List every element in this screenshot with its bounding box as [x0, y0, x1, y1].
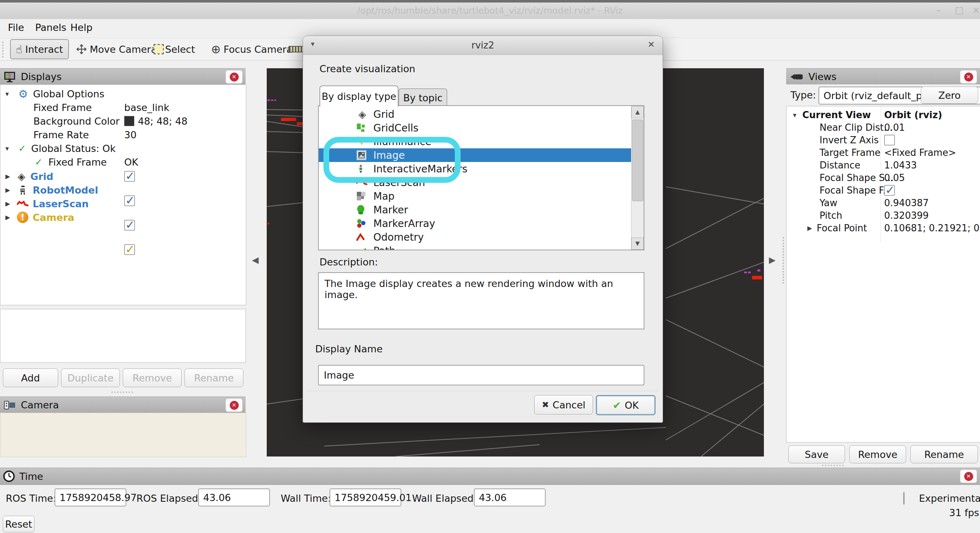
- wall-time-input[interactable]: 1758920459.01: [329, 488, 401, 506]
- camera-enabled-checkbox[interactable]: [124, 244, 135, 255]
- list-item-map[interactable]: Map: [319, 189, 644, 203]
- save-view-button[interactable]: Save: [788, 445, 845, 463]
- dialog-close-icon[interactable]: ✕: [648, 40, 655, 49]
- scrollbar-thumb[interactable]: [632, 120, 643, 201]
- menu-file[interactable]: File: [8, 22, 24, 33]
- tree-row-global-status[interactable]: ▾ ✓ Global Status: Ok: [0, 142, 246, 155]
- expand-arrow-icon[interactable]: ▶: [5, 214, 15, 221]
- close-window-button[interactable]: ×: [972, 5, 980, 16]
- tree-row-camera[interactable]: ▶ ! Camera: [0, 211, 246, 224]
- tree-row-laserscan[interactable]: ▶ LaserScan: [0, 197, 246, 211]
- collapse-arrow-icon[interactable]: ▾: [5, 90, 15, 98]
- time-panel-titlebar[interactable]: Time ✕: [0, 468, 980, 485]
- expand-arrow-icon[interactable]: ▶: [807, 225, 817, 231]
- views-close-button[interactable]: ✕: [960, 70, 977, 84]
- zero-button[interactable]: Zero: [921, 86, 978, 104]
- time-splitter-handle[interactable]: [822, 465, 843, 466]
- views-row-focal-point[interactable]: ▶ Focal Point 0.10681; 0.21921; 0.1...: [807, 222, 977, 234]
- duplicate-display-button[interactable]: Duplicate: [61, 369, 120, 387]
- rename-display-button[interactable]: Rename: [185, 369, 243, 387]
- tree-row-global-options[interactable]: ▾ ⚙ Global Options: [0, 87, 246, 101]
- dialog-heading: Create visualization: [320, 63, 415, 74]
- collapse-left-panel-arrow[interactable]: ◀: [252, 255, 258, 265]
- background-color-value[interactable]: 48; 48; 48: [124, 114, 188, 128]
- displays-close-button[interactable]: ✕: [226, 70, 243, 84]
- focus-camera-tool-button[interactable]: ⊕ Focus Camera: [211, 40, 292, 59]
- interact-tool-button[interactable]: ☝ Interact: [10, 39, 69, 59]
- remove-view-button[interactable]: Remove: [850, 445, 906, 463]
- expand-arrow-icon[interactable]: ▶: [5, 187, 15, 193]
- ros-time-input[interactable]: 1758920458.97: [54, 488, 126, 506]
- focal-shape-fixed-checkbox[interactable]: [884, 185, 895, 196]
- invert-z-checkbox[interactable]: [884, 135, 895, 145]
- tree-row-background-color[interactable]: Background Color: [33, 114, 119, 128]
- toolbar-drag-handle[interactable]: [2, 41, 6, 57]
- tree-row-fixed-frame[interactable]: Fixed Frame: [33, 101, 92, 114]
- wall-elapsed-input[interactable]: 43.06: [474, 488, 546, 506]
- panel-splitter-handle[interactable]: [111, 391, 133, 393]
- views-row-current-view[interactable]: ▾ Current View Orbit (rviz): [786, 109, 980, 121]
- frame-rate-value[interactable]: 30: [124, 128, 137, 142]
- list-item-gridcells[interactable]: GridCells: [319, 121, 644, 135]
- expand-arrow-icon[interactable]: ▶: [5, 173, 15, 180]
- views-row-focal-shape-size[interactable]: Focal Shape S... 0.05: [819, 171, 977, 184]
- fixed-frame-value[interactable]: base_link: [124, 101, 169, 114]
- camera-close-button[interactable]: ✕: [226, 398, 243, 412]
- minimize-button[interactable]: –: [936, 5, 941, 16]
- displays-tree[interactable]: ▾ ⚙ Global Options Fixed Frame base_link…: [0, 85, 246, 305]
- tree-row-grid[interactable]: ▶ ◈ Grid: [0, 169, 246, 183]
- list-item-marker[interactable]: Marker: [319, 203, 644, 217]
- reset-button[interactable]: Reset: [3, 516, 35, 532]
- collapse-arrow-icon[interactable]: ▾: [5, 144, 15, 152]
- grid-enabled-checkbox[interactable]: [124, 171, 135, 182]
- select-tool-button[interactable]: Select: [154, 40, 195, 59]
- camera-panel-icon: [3, 400, 16, 410]
- time-close-button[interactable]: ✕: [960, 469, 977, 483]
- display-name-input[interactable]: Image: [318, 365, 644, 385]
- views-row-focal-shape-fixed[interactable]: Focal Shape F...: [819, 184, 977, 196]
- views-row-yaw[interactable]: Yaw 0.940387: [819, 196, 977, 209]
- list-scrollbar[interactable]: ▲ ▼: [631, 106, 644, 250]
- cancel-button[interactable]: ✖ Cancel: [534, 395, 593, 415]
- status-fixed-frame-value[interactable]: OK: [124, 155, 138, 169]
- right-splitter-handle[interactable]: [783, 237, 784, 284]
- displays-panel-titlebar[interactable]: Displays ✕: [0, 68, 245, 85]
- tree-row-robotmodel[interactable]: ▶ RobotModel: [0, 183, 246, 197]
- list-item-odometry[interactable]: Odometry: [319, 230, 644, 244]
- ros-elapsed-input[interactable]: 43.06: [198, 488, 270, 506]
- collapse-arrow-icon[interactable]: ▾: [793, 111, 802, 119]
- expand-arrow-icon[interactable]: ▶: [5, 200, 15, 207]
- list-item-path[interactable]: Path: [319, 244, 644, 251]
- window-menu-icon[interactable]: ▾: [311, 40, 315, 48]
- tab-by-topic[interactable]: By topic: [398, 88, 447, 107]
- views-row-distance[interactable]: Distance 1.0433: [819, 159, 977, 171]
- scroll-down-icon[interactable]: ▼: [632, 238, 644, 250]
- views-row-near-clip[interactable]: Near Clip Dist... 0.01: [819, 121, 977, 134]
- views-row-target-frame[interactable]: Target Frame <Fixed Frame>: [819, 146, 977, 159]
- maximize-button[interactable]: □: [955, 5, 964, 16]
- move-camera-tool-button[interactable]: Move Camera: [76, 40, 157, 59]
- menu-panels[interactable]: Panels: [35, 22, 67, 33]
- ok-button[interactable]: ✔ OK: [596, 395, 655, 415]
- window-titlebar[interactable]: /opt/ros/humble/share/turtlebot4_viz/rvi…: [0, 3, 980, 19]
- views-panel-titlebar[interactable]: Views ✕: [786, 68, 980, 85]
- rename-view-button[interactable]: Rename: [910, 445, 978, 463]
- experimental-checkbox[interactable]: [903, 492, 905, 504]
- views-tree[interactable]: ▾ Current View Orbit (rviz) Near Clip Di…: [786, 106, 980, 442]
- tab-by-display-type[interactable]: By display type: [320, 86, 398, 107]
- tree-row-frame-rate[interactable]: Frame Rate: [33, 128, 89, 142]
- list-item-grid[interactable]: ◈ Grid: [319, 107, 644, 121]
- camera-name: Camera: [33, 212, 74, 223]
- menu-help[interactable]: Help: [70, 22, 92, 33]
- remove-display-button[interactable]: Remove: [123, 369, 181, 387]
- select-label: Select: [165, 44, 195, 55]
- views-row-pitch[interactable]: Pitch 0.320399: [819, 209, 977, 222]
- add-display-button[interactable]: Add: [3, 369, 58, 387]
- list-item-markerarray[interactable]: MarkerArray: [319, 217, 644, 230]
- camera-panel-titlebar[interactable]: Camera ✕: [0, 397, 245, 413]
- tree-row-status-fixed-frame[interactable]: ✓ Fixed Frame: [35, 155, 107, 169]
- collapse-right-panel-arrow[interactable]: ▶: [769, 255, 775, 265]
- views-row-invert-z[interactable]: Invert Z Axis: [819, 134, 977, 146]
- dialog-titlebar[interactable]: ▾ rviz2 ✕: [303, 36, 663, 55]
- scroll-up-icon[interactable]: ▲: [632, 106, 644, 118]
